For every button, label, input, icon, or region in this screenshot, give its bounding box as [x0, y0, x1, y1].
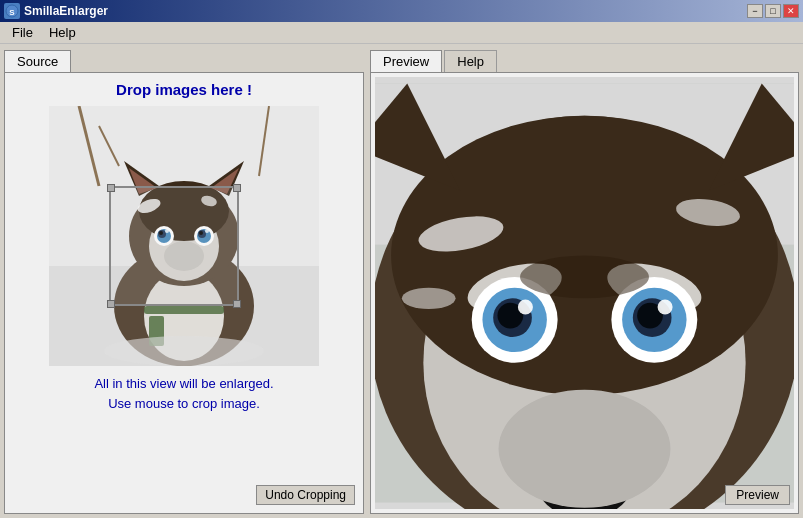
- svg-point-51: [499, 390, 671, 508]
- source-panel-body: Drop images here !: [4, 72, 364, 514]
- svg-point-23: [199, 231, 203, 235]
- drop-text: Drop images here !: [116, 81, 252, 98]
- svg-point-48: [518, 299, 533, 314]
- right-panel: Preview Help: [370, 48, 799, 514]
- svg-point-24: [165, 229, 169, 233]
- svg-point-25: [205, 229, 209, 233]
- svg-point-27: [164, 241, 204, 271]
- preview-tab[interactable]: Preview: [370, 50, 442, 72]
- close-button[interactable]: ✕: [783, 4, 799, 18]
- source-husky-svg: [49, 106, 319, 366]
- svg-point-54: [402, 288, 456, 309]
- undo-cropping-button[interactable]: Undo Cropping: [256, 485, 355, 505]
- left-panel: Source Drop images here !: [4, 48, 364, 514]
- minimize-button[interactable]: −: [747, 4, 763, 18]
- app-title: SmillaEnlarger: [24, 4, 108, 18]
- menu-bar: File Help: [0, 22, 803, 44]
- app-icon: S: [4, 3, 20, 19]
- main-content: Source Drop images here !: [0, 44, 803, 518]
- title-bar-buttons: − □ ✕: [747, 4, 799, 18]
- help-tab[interactable]: Help: [444, 50, 497, 72]
- menu-help[interactable]: Help: [41, 23, 84, 42]
- source-tab-container: Source: [4, 48, 364, 72]
- info-text: All in this view will be enlarged. Use m…: [94, 374, 273, 413]
- title-bar: S SmillaEnlarger − □ ✕: [0, 0, 803, 22]
- preview-button[interactable]: Preview: [725, 485, 790, 505]
- right-panel-body: Preview: [370, 72, 799, 514]
- title-bar-left: S SmillaEnlarger: [4, 3, 108, 19]
- svg-point-57: [520, 255, 649, 298]
- source-image-container[interactable]: [49, 106, 319, 366]
- menu-file[interactable]: File: [4, 23, 41, 42]
- right-tab-container: Preview Help: [370, 48, 799, 72]
- svg-text:S: S: [9, 8, 15, 17]
- svg-point-32: [104, 336, 264, 366]
- maximize-button[interactable]: □: [765, 4, 781, 18]
- svg-point-22: [159, 231, 163, 235]
- preview-husky-svg: [375, 77, 794, 509]
- svg-point-49: [658, 299, 673, 314]
- preview-image-area: [375, 77, 794, 509]
- svg-rect-30: [144, 306, 224, 314]
- source-tab[interactable]: Source: [4, 50, 71, 72]
